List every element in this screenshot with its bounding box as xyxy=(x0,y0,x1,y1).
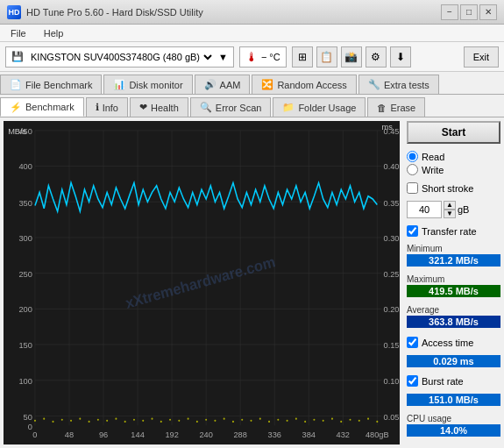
svg-point-64 xyxy=(133,419,135,421)
toolbar-icon-1[interactable]: ⊞ xyxy=(292,46,313,68)
transfer-rate-checkbox-label[interactable]: Transfer rate xyxy=(407,225,500,237)
spinbox-buttons: ▲ ▼ xyxy=(444,201,456,218)
svg-point-67 xyxy=(160,421,162,423)
read-radio-label[interactable]: Read xyxy=(407,151,500,162)
gb-unit-label: gB xyxy=(458,204,469,215)
access-time-stat: 0.029 ms xyxy=(407,355,500,370)
svg-text:480gB: 480gB xyxy=(366,430,389,439)
drive-dropdown[interactable]: KINGSTON SUV400S37480G (480 gB) xyxy=(27,51,215,63)
folder-usage-icon: 📁 xyxy=(282,102,295,113)
write-radio-label[interactable]: Write xyxy=(407,164,500,175)
svg-point-59 xyxy=(89,421,90,423)
maximum-stat: Maximum 419.5 MB/s xyxy=(407,274,500,300)
svg-text:336: 336 xyxy=(268,430,281,439)
cpu-usage-stat: CPU usage 14.0% xyxy=(407,414,500,439)
minimize-button[interactable]: − xyxy=(441,4,458,20)
tab-extra-tests[interactable]: 🔧 Extra tests xyxy=(358,75,439,94)
tab-file-benchmark[interactable]: 📄 File Benchmark xyxy=(0,75,102,94)
svg-text:0.40: 0.40 xyxy=(384,161,400,171)
svg-point-86 xyxy=(331,418,333,420)
burst-rate-stat: 151.0 MB/s xyxy=(407,394,500,409)
svg-text:0.35: 0.35 xyxy=(384,197,400,207)
svg-text:0.25: 0.25 xyxy=(384,269,400,279)
svg-point-66 xyxy=(151,418,153,420)
tab-info[interactable]: ℹ Info xyxy=(86,97,128,117)
tab-disk-monitor[interactable]: 📊 Disk monitor xyxy=(103,75,192,94)
svg-text:0.30: 0.30 xyxy=(384,233,400,243)
tab-error-scan[interactable]: 🔍 Error Scan xyxy=(190,97,272,117)
help-menu[interactable]: Help xyxy=(40,28,67,39)
svg-text:400: 400 xyxy=(18,161,32,171)
svg-point-58 xyxy=(79,418,81,420)
access-time-label: Access time xyxy=(422,338,473,348)
access-time-checkbox[interactable] xyxy=(407,337,418,348)
tab-aam[interactable]: 🔊 AAM xyxy=(195,75,251,94)
svg-point-80 xyxy=(277,419,279,421)
burst-rate-checkbox[interactable] xyxy=(407,375,418,387)
stroke-spinbox-row: ▲ ▼ gB xyxy=(407,201,500,218)
burst-rate-checkbox-label[interactable]: Burst rate xyxy=(407,375,500,387)
drive-selector[interactable]: 💾 KINGSTON SUV400S37480G (480 gB) ▼ xyxy=(5,46,234,68)
svg-text:0.15: 0.15 xyxy=(384,340,400,350)
bottom-tabs: ⚡ Benchmark ℹ Info ❤ Health 🔍 Error Scan… xyxy=(0,95,504,117)
svg-text:144: 144 xyxy=(131,430,144,439)
file-menu[interactable]: File xyxy=(7,28,30,39)
read-write-radio-group: Read Write xyxy=(407,151,500,175)
info-icon: ℹ xyxy=(96,102,99,113)
tab-health[interactable]: ❤ Health xyxy=(130,97,188,117)
cpu-usage-value: 14.0% xyxy=(407,424,500,437)
menu-bar: File Help xyxy=(0,25,504,42)
svg-text:288: 288 xyxy=(233,430,246,439)
exit-button[interactable]: Exit xyxy=(464,46,499,68)
access-time-checkbox-label[interactable]: Access time xyxy=(407,337,500,348)
short-stroke-checkbox-label[interactable]: Short stroke xyxy=(407,182,500,194)
toolbar-icon-4[interactable]: ⚙ xyxy=(366,46,387,68)
start-button[interactable]: Start xyxy=(407,121,500,144)
short-stroke-checkbox[interactable] xyxy=(407,182,418,194)
write-label: Write xyxy=(422,165,444,175)
write-radio[interactable] xyxy=(407,164,418,175)
spinbox-up-button[interactable]: ▲ xyxy=(444,201,456,210)
tab-random-access[interactable]: 🔀 Random Access xyxy=(252,75,356,94)
average-stat: Average 363.8 MB/s xyxy=(407,305,500,331)
transfer-rate-checkbox[interactable] xyxy=(407,225,418,237)
maximize-button[interactable]: □ xyxy=(460,4,478,20)
svg-point-69 xyxy=(178,420,180,422)
svg-text:0: 0 xyxy=(32,430,37,439)
random-access-icon: 🔀 xyxy=(261,79,273,90)
thermometer-icon: 🌡 xyxy=(245,50,258,64)
toolbar-icon-5[interactable]: ⬇ xyxy=(390,46,411,68)
svg-point-90 xyxy=(367,418,369,420)
svg-text:0.20: 0.20 xyxy=(384,304,400,314)
svg-text:48: 48 xyxy=(65,430,74,439)
svg-point-65 xyxy=(142,420,144,422)
close-button[interactable]: ✕ xyxy=(479,4,497,20)
short-stroke-label: Short stroke xyxy=(422,183,473,194)
svg-point-62 xyxy=(115,418,117,420)
temperature-display: 🌡 − °C xyxy=(239,46,287,68)
disk-monitor-icon: 📊 xyxy=(113,79,125,90)
toolbar-icon-3[interactable]: 📸 xyxy=(341,46,362,68)
svg-point-79 xyxy=(268,421,270,423)
stroke-spinbox[interactable] xyxy=(407,201,442,218)
spinbox-down-button[interactable]: ▼ xyxy=(444,210,456,218)
benchmark-icon: ⚡ xyxy=(10,102,22,113)
tab-benchmark[interactable]: ⚡ Benchmark xyxy=(0,97,84,117)
read-radio[interactable] xyxy=(407,151,418,162)
dropdown-arrow-icon: ▼ xyxy=(218,52,228,62)
toolbar: 💾 KINGSTON SUV400S37480G (480 gB) ▼ 🌡 − … xyxy=(0,42,504,72)
temperature-value: − °C xyxy=(261,52,280,62)
tab-erase[interactable]: 🗑 Erase xyxy=(367,97,425,117)
svg-point-89 xyxy=(358,420,360,422)
svg-point-84 xyxy=(313,419,315,421)
toolbar-icon-2[interactable]: 📋 xyxy=(316,46,337,68)
tab-folder-usage[interactable]: 📁 Folder Usage xyxy=(273,97,366,117)
svg-text:0: 0 xyxy=(28,421,32,430)
svg-point-73 xyxy=(214,420,216,422)
erase-icon: 🗑 xyxy=(377,103,387,113)
extra-tests-icon: 🔧 xyxy=(368,79,380,90)
svg-point-75 xyxy=(232,421,234,423)
minimum-stat: Minimum 321.2 MB/s xyxy=(407,244,500,269)
svg-point-53 xyxy=(34,420,36,422)
cpu-usage-label: CPU usage xyxy=(407,414,500,423)
